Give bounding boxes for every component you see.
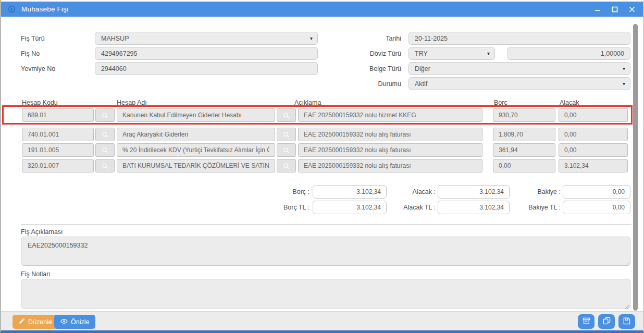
- account-name-input[interactable]: [117, 108, 275, 122]
- debit-input[interactable]: [493, 128, 555, 141]
- yevmiye-no-input[interactable]: [95, 62, 318, 75]
- balance-tl-label: Bakiye TL :: [503, 204, 561, 211]
- account-name-search-button[interactable]: [277, 143, 296, 157]
- preview-button[interactable]: Önizle: [54, 315, 95, 329]
- credit-input[interactable]: [559, 108, 628, 122]
- belge-turu-select[interactable]: Diğer ▾: [408, 62, 630, 75]
- credit-input[interactable]: [559, 159, 628, 172]
- edit-button-label: Düzenle: [28, 318, 52, 326]
- account-code-input[interactable]: [22, 143, 94, 157]
- archive-box-icon: [583, 317, 590, 326]
- account-name-search-button[interactable]: [277, 128, 296, 141]
- maximize-button[interactable]: [611, 6, 618, 13]
- total-credit-tl-input[interactable]: [438, 201, 510, 214]
- description-input[interactable]: [298, 108, 482, 122]
- gear-icon: [8, 5, 16, 13]
- doviz-turu-select[interactable]: TRY ▾: [408, 47, 495, 60]
- tarihi-input[interactable]: [408, 32, 630, 45]
- window-controls: [594, 2, 636, 17]
- minimize-button[interactable]: [594, 6, 601, 13]
- belge-turu-value: Diğer: [415, 65, 430, 72]
- voucher-description-textarea[interactable]: EAE2025000159332: [21, 237, 630, 266]
- fis-no-input[interactable]: [95, 47, 318, 60]
- eye-icon: [60, 318, 68, 326]
- header-alacak: Alacak: [560, 99, 579, 106]
- belge-turu-label: Belge Türü: [340, 65, 401, 72]
- total-debit-tl-input[interactable]: [313, 201, 387, 214]
- close-button[interactable]: [628, 6, 636, 13]
- copy-button[interactable]: [598, 314, 615, 329]
- account-name-input[interactable]: [117, 159, 275, 172]
- window-title: Muhasebe Fişi: [21, 5, 68, 13]
- balance-label: Bakiye :: [503, 188, 561, 195]
- total-credit-input[interactable]: [438, 185, 510, 199]
- title-bar: Muhasebe Fişi: [1, 2, 643, 17]
- balance-input[interactable]: [563, 185, 630, 199]
- account-name-input[interactable]: [117, 143, 275, 157]
- account-code-search-button[interactable]: [95, 159, 115, 172]
- preview-button-label: Önizle: [71, 318, 89, 326]
- doviz-turu-label: Döviz Türü: [340, 50, 401, 57]
- fis-no-label: Fiş No: [21, 50, 40, 57]
- copy-icon: [603, 317, 611, 326]
- chevron-down-icon: ▾: [623, 81, 625, 87]
- fis-turu-select[interactable]: MAHSUP ▾: [95, 32, 318, 45]
- edit-button[interactable]: Düzenle: [13, 315, 58, 329]
- header-aciklama: Açıklama: [294, 99, 321, 106]
- header-borc: Borç: [494, 99, 507, 106]
- debit-input[interactable]: [493, 143, 555, 157]
- credit-input[interactable]: [559, 143, 628, 157]
- description-input[interactable]: [298, 159, 482, 172]
- total-debit-label: Borç :: [247, 188, 309, 195]
- chevron-down-icon: ▾: [487, 51, 490, 56]
- save-button[interactable]: [618, 314, 635, 329]
- fis-turu-value: MAHSUP: [101, 35, 129, 42]
- total-credit-tl-label: Alacak TL :: [378, 204, 436, 211]
- description-input[interactable]: [298, 128, 482, 141]
- header-hesap-adi: Hesap Adı: [117, 99, 147, 106]
- voucher-notes-label: Fiş Notları: [21, 270, 51, 278]
- yevmiye-no-label: Yevmiye No: [21, 65, 55, 72]
- account-name-input[interactable]: [117, 128, 275, 141]
- account-code-input[interactable]: [22, 159, 94, 172]
- header-hesap-kodu: Hesap Kodu: [22, 99, 58, 106]
- description-input[interactable]: [298, 143, 482, 157]
- account-name-search-button[interactable]: [277, 108, 296, 122]
- account-code-search-button[interactable]: [95, 108, 115, 122]
- account-code-input[interactable]: [22, 108, 94, 122]
- debit-input[interactable]: [493, 159, 555, 172]
- accounting-voucher-window: Muhasebe Fişi Fiş Türü MAHSUP ▾ Fiş No Y…: [0, 0, 644, 333]
- voucher-notes-textarea[interactable]: [21, 279, 630, 309]
- fis-turu-label: Fiş Türü: [21, 35, 45, 42]
- total-debit-input[interactable]: [313, 185, 387, 199]
- section-divider: [21, 224, 631, 225]
- doviz-turu-value: TRY: [415, 50, 428, 57]
- account-code-search-button[interactable]: [95, 128, 115, 141]
- voucher-description-label: Fiş Açıklaması: [21, 228, 63, 236]
- account-code-search-button[interactable]: [95, 143, 115, 157]
- debit-input[interactable]: [493, 108, 555, 122]
- account-code-input[interactable]: [22, 128, 94, 141]
- durumu-value: Aktif: [415, 80, 427, 88]
- pencil-icon: [19, 318, 25, 326]
- chevron-down-icon: ▾: [310, 36, 313, 41]
- save-floppy-icon: [623, 317, 630, 326]
- durumu-label: Durumu: [340, 80, 401, 88]
- total-debit-tl-label: Borç TL :: [247, 204, 309, 211]
- balance-tl-input[interactable]: [563, 201, 630, 214]
- footer-bar: [1, 311, 643, 330]
- archive-button[interactable]: [578, 314, 595, 329]
- chevron-down-icon: ▾: [623, 66, 625, 71]
- account-name-search-button[interactable]: [277, 159, 296, 172]
- durumu-select[interactable]: Aktif ▾: [408, 77, 630, 90]
- doviz-rate-input[interactable]: [507, 47, 630, 60]
- credit-input[interactable]: [559, 128, 628, 141]
- total-credit-label: Alacak :: [378, 188, 436, 195]
- tarihi-label: Tarihi: [340, 35, 401, 42]
- vertical-scrollbar[interactable]: [633, 24, 638, 311]
